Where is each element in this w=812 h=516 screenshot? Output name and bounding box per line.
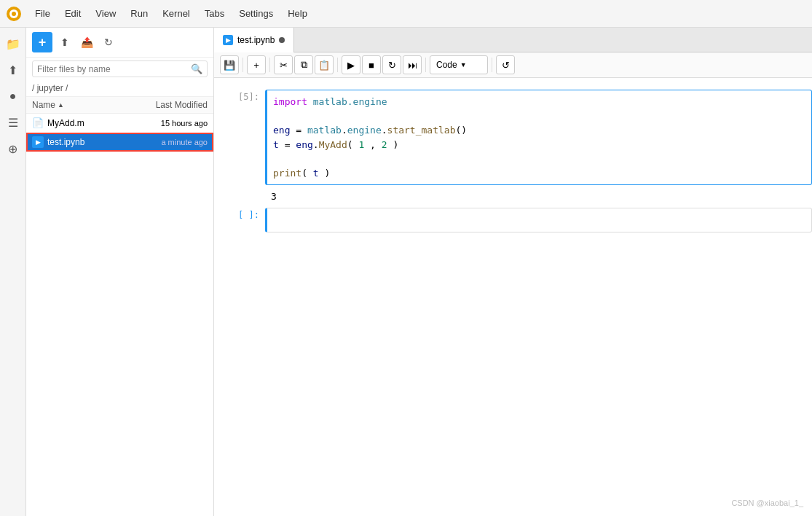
restart-run-button[interactable]: ⏭ xyxy=(403,55,422,74)
tab-bar: ▶ test.ipynb xyxy=(214,28,812,52)
file-modified-test: a minute ago xyxy=(127,138,208,146)
search-icon: 🔍 xyxy=(191,63,202,74)
code-line-2 xyxy=(273,109,805,124)
file-list: 📄 MyAdd.m 15 hours ago ▶ test.ipynb a mi… xyxy=(26,114,213,516)
menu-settings[interactable]: Settings xyxy=(233,5,279,22)
menu-bar: File Edit View Run Kernel Tabs Settings … xyxy=(0,0,812,28)
icon-sidebar: 📁 ⬆ ● ☰ ⊕ xyxy=(0,28,26,516)
file-list-header: Name ▲ Last Modified xyxy=(26,97,213,114)
cell-1-prompt: [5]: xyxy=(214,90,265,102)
watermark: CSDN @xiaobai_1_ xyxy=(731,499,803,507)
menu-run[interactable]: Run xyxy=(125,5,154,22)
m-file-icon: 📄 xyxy=(32,117,44,129)
paste-button[interactable]: 📋 xyxy=(315,55,334,74)
cell-2-input[interactable] xyxy=(265,208,812,232)
toolbar-separator-4 xyxy=(425,58,426,72)
main-layout: 📁 ⬆ ● ☰ ⊕ + ⬆ 📤 ↻ 🔍 / jupyter / Name ▲ L… xyxy=(0,28,812,516)
cut-button[interactable]: ✂ xyxy=(274,55,293,74)
search-input[interactable] xyxy=(37,64,191,74)
app-logo xyxy=(6,6,22,22)
run-button[interactable]: ▶ xyxy=(342,55,360,74)
file-panel: + ⬆ 📤 ↻ 🔍 / jupyter / Name ▲ Last Modifi… xyxy=(26,28,214,516)
restart-button[interactable]: ↻ xyxy=(382,55,401,74)
column-modified: Last Modified xyxy=(127,100,208,110)
folder-icon[interactable]: 📁 xyxy=(3,34,23,54)
add-cell-button[interactable]: + xyxy=(247,55,266,74)
notebook-tab-icon: ▶ xyxy=(223,35,233,45)
breadcrumb: / jupyter / xyxy=(26,80,213,97)
tab-unsaved-indicator xyxy=(279,37,285,43)
code-line-3: eng = matlab.engine.start_matlab() xyxy=(273,123,805,138)
copy-button[interactable]: ⧉ xyxy=(294,55,313,74)
toolbar-separator-1 xyxy=(243,58,243,72)
cell-type-dropdown[interactable]: Code ▼ xyxy=(430,55,488,74)
search-box: 🔍 xyxy=(32,60,208,77)
sort-icon: ▲ xyxy=(58,101,64,109)
code-line-6: print( t ) xyxy=(273,166,805,181)
toolbar-separator-3 xyxy=(337,58,338,72)
notebook-area: ▶ test.ipynb 💾 + ✂ ⧉ 📋 ▶ ■ ↻ ⏭ Code ▼ xyxy=(214,28,812,516)
cell-type-label: Code xyxy=(436,60,457,70)
cell-1-output: 3 xyxy=(265,188,812,205)
file-toolbar: + ⬆ 📤 ↻ xyxy=(26,28,213,58)
toolbar-separator-5 xyxy=(492,58,492,72)
file-modified-myadd: 15 hours ago xyxy=(127,119,208,128)
save-button[interactable]: 💾 xyxy=(220,55,239,74)
file-item-myadd[interactable]: 📄 MyAdd.m 15 hours ago xyxy=(26,114,213,133)
notebook-toolbar: 💾 + ✂ ⧉ 📋 ▶ ■ ↻ ⏭ Code ▼ ↺ xyxy=(214,52,812,78)
code-line-5 xyxy=(273,152,805,166)
breadcrumb-text: / jupyter / xyxy=(32,83,68,93)
code-line-1: import matlab.engine xyxy=(273,95,805,109)
file-name-test: test.ipynb xyxy=(47,137,127,147)
cell-1-output-row: 3 xyxy=(214,188,812,205)
refresh-button[interactable]: ↻ xyxy=(99,33,118,52)
toolbar-separator-2 xyxy=(269,58,270,72)
notebook-tab-label: test.ipynb xyxy=(237,35,275,45)
ipynb-file-icon: ▶ xyxy=(32,136,44,148)
kernel-restart-button[interactable]: ↺ xyxy=(496,55,515,74)
file-name-myadd: MyAdd.m xyxy=(47,118,127,128)
svg-point-2 xyxy=(12,12,16,16)
notebook-tab[interactable]: ▶ test.ipynb xyxy=(214,28,294,52)
cells-area: [5]: import matlab.engine eng = matlab.e… xyxy=(214,78,812,516)
cell-1-output-prompt xyxy=(214,188,265,190)
upload-button[interactable]: ⬆ xyxy=(55,33,74,52)
cell-1: [5]: import matlab.engine eng = matlab.e… xyxy=(214,90,812,185)
output-value: 3 xyxy=(271,191,277,202)
cell-2: [ ]: xyxy=(214,208,812,232)
column-name: Name ▲ xyxy=(32,100,127,110)
menu-help[interactable]: Help xyxy=(282,5,313,22)
menu-view[interactable]: View xyxy=(90,5,122,22)
upload-sidebar-icon[interactable]: ⬆ xyxy=(3,60,23,80)
extension-icon[interactable]: ⊕ xyxy=(3,138,23,159)
new-file-button[interactable]: + xyxy=(32,32,52,52)
stop-button[interactable]: ■ xyxy=(362,55,381,74)
menu-kernel[interactable]: Kernel xyxy=(157,5,196,22)
circle-icon[interactable]: ● xyxy=(3,86,23,106)
code-line-4: t = eng.MyAdd( 1 , 2 ) xyxy=(273,138,805,152)
file-item-test-ipynb[interactable]: ▶ test.ipynb a minute ago xyxy=(26,133,213,152)
menu-file[interactable]: File xyxy=(29,5,56,22)
cell-1-input[interactable]: import matlab.engine eng = matlab.engine… xyxy=(265,90,812,185)
menu-tabs[interactable]: Tabs xyxy=(199,5,230,22)
list-icon[interactable]: ☰ xyxy=(3,112,23,133)
dropdown-chevron-icon: ▼ xyxy=(460,61,467,69)
cell-2-prompt: [ ]: xyxy=(214,208,265,220)
menu-edit[interactable]: Edit xyxy=(59,5,87,22)
upload-folder-button[interactable]: 📤 xyxy=(77,33,96,52)
